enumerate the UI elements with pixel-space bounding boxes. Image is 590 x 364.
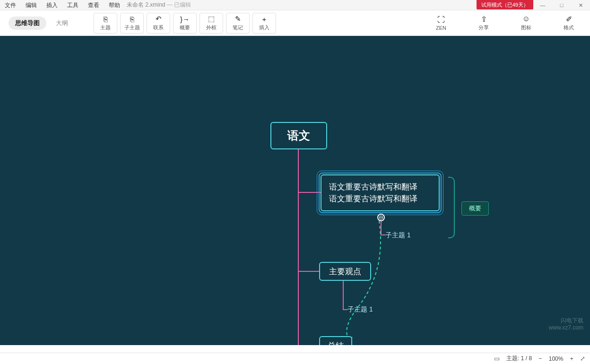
window-max[interactable]: □ bbox=[552, 0, 571, 10]
subtopic-label[interactable]: 子主题 1 bbox=[385, 231, 411, 240]
connector bbox=[298, 149, 299, 345]
node-text-line: 语文重要古诗默写和翻译 bbox=[329, 181, 417, 193]
btn-note[interactable]: ✎笔记 bbox=[226, 13, 250, 34]
window-close[interactable]: ✕ bbox=[571, 0, 590, 10]
toolbar: 思维导图 大纲 ⎘主题 ⎘子主题 ↶联系 }→概要 ⬚外框 ✎笔记 +插入 ⛶Z… bbox=[0, 10, 590, 36]
toolbar-group-main: ⎘主题 ⎘子主题 ↶联系 }→概要 ⬚外框 ✎笔记 +插入 bbox=[94, 13, 276, 34]
menu-tools[interactable]: 工具 bbox=[62, 0, 83, 10]
node-topic[interactable]: 总结 bbox=[319, 336, 352, 345]
btn-iconlib[interactable]: ☺图标 bbox=[514, 15, 538, 31]
format-icon: ✐ bbox=[566, 15, 572, 23]
btn-summary[interactable]: }→概要 bbox=[173, 13, 197, 34]
iconlib-icon: ☺ bbox=[522, 15, 530, 23]
window-controls: — □ ✕ bbox=[533, 0, 590, 10]
doc-title: 未命名 2.xmind — 已编辑 bbox=[127, 1, 191, 9]
node-text-line: 语文重要古诗默写和翻译 bbox=[329, 193, 417, 205]
zoom-level[interactable]: 100% bbox=[549, 355, 564, 362]
watermark: 闪电下载 www.xz7.com bbox=[549, 317, 583, 331]
doc-name: 未命名 2.xmind bbox=[127, 1, 165, 8]
tab-outline[interactable]: 大纲 bbox=[49, 17, 75, 30]
btn-topic[interactable]: ⎘主题 bbox=[94, 13, 117, 34]
btn-subtopic[interactable]: ⎘子主题 bbox=[120, 13, 144, 34]
toolbar-group-right: ⛶ZEN ⇪分享 ☺图标 ✐格式 bbox=[429, 15, 581, 31]
fit-screen-button[interactable]: ⤢ bbox=[580, 355, 585, 362]
btn-zen[interactable]: ⛶ZEN bbox=[429, 15, 453, 31]
window-min[interactable]: — bbox=[533, 0, 552, 10]
node-topic[interactable]: 主要观点 bbox=[319, 262, 371, 281]
topic-icon: ⎘ bbox=[104, 15, 108, 23]
menu-help[interactable]: 帮助 bbox=[104, 0, 125, 10]
menu-file[interactable]: 文件 bbox=[0, 0, 21, 10]
outline-toggle-icon[interactable]: ▭ bbox=[494, 355, 500, 362]
doc-status: — 已编辑 bbox=[167, 1, 191, 8]
menubar: 文件 编辑 插入 工具 查看 帮助 未命名 2.xmind — 已编辑 试用模式… bbox=[0, 0, 590, 10]
topic-counter: 主题: 1 / 8 bbox=[506, 355, 532, 363]
connector bbox=[298, 271, 320, 272]
btn-relation[interactable]: ↶联系 bbox=[147, 13, 170, 34]
menu-insert[interactable]: 插入 bbox=[42, 0, 62, 10]
node-root[interactable]: 语文 bbox=[270, 122, 327, 149]
summary-node[interactable]: 概要 bbox=[461, 201, 489, 216]
summary-icon: }→ bbox=[180, 15, 190, 23]
connector bbox=[343, 309, 347, 310]
trial-badge[interactable]: 试用模式（已49天） bbox=[477, 0, 533, 9]
share-icon: ⇪ bbox=[481, 15, 487, 23]
menu-view[interactable]: 查看 bbox=[83, 0, 104, 10]
collapse-toggle[interactable]: ⊖ bbox=[377, 214, 385, 221]
btn-insert[interactable]: +插入 bbox=[252, 13, 276, 34]
mindmap-canvas[interactable]: 语文 语文重要古诗默写和翻译 语文重要古诗默写和翻译 ⊖ 子主题 1 主要观点 … bbox=[0, 36, 590, 345]
zoom-out-button[interactable]: − bbox=[538, 355, 542, 362]
zoom-in-button[interactable]: + bbox=[570, 355, 573, 362]
subtopic-label[interactable]: 子主题 1 bbox=[347, 305, 373, 314]
btn-boundary[interactable]: ⬚外框 bbox=[200, 13, 223, 34]
note-icon: ✎ bbox=[235, 15, 241, 23]
subtopic-icon: ⎘ bbox=[130, 15, 134, 23]
tab-mindmap[interactable]: 思维导图 bbox=[9, 17, 46, 30]
connector bbox=[381, 221, 382, 234]
summary-bracket bbox=[448, 177, 455, 238]
btn-format[interactable]: ✐格式 bbox=[557, 15, 581, 31]
zen-icon: ⛶ bbox=[437, 16, 445, 24]
insert-icon: + bbox=[262, 15, 267, 23]
btn-share[interactable]: ⇪分享 bbox=[472, 15, 495, 31]
relation-icon: ↶ bbox=[156, 15, 162, 23]
connector bbox=[381, 234, 385, 235]
connector bbox=[343, 281, 344, 309]
status-bar: ▭ 主题: 1 / 8 − 100% + ⤢ bbox=[0, 353, 590, 364]
node-selected[interactable]: 语文重要古诗默写和翻译 语文重要古诗默写和翻译 bbox=[321, 174, 440, 211]
view-tabs: 思维导图 大纲 bbox=[9, 17, 75, 30]
boundary-icon: ⬚ bbox=[208, 15, 215, 23]
menu-edit[interactable]: 编辑 bbox=[21, 0, 42, 10]
